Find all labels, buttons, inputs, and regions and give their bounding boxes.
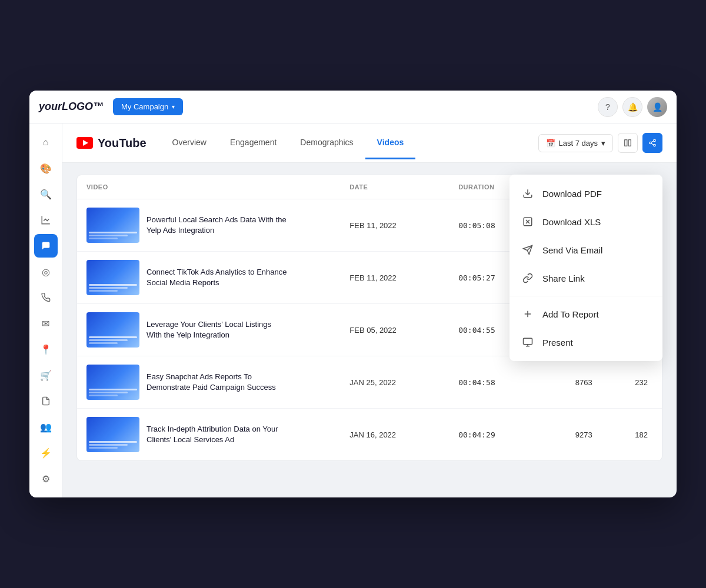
sidebar-item-people[interactable]: 👥 <box>34 415 58 439</box>
share-dropdown-menu: Download PDF Download XLS <box>509 175 662 361</box>
main-content: YouTube Overview Engagement Demographics… <box>62 123 677 497</box>
col-header-video: VIDEO <box>77 175 340 199</box>
col-header-date: DATE <box>340 175 449 199</box>
sidebar-item-target[interactable]: ◎ <box>34 260 58 283</box>
video-date: JAN 25, 2022 <box>340 356 449 409</box>
logo-area: yourLOGO™ My Campaign ▾ <box>39 98 598 115</box>
sidebar-item-location[interactable]: 📍 <box>34 338 58 361</box>
logo-text: yourLOGO™ <box>39 101 104 113</box>
top-bar-icons: ? 🔔 👤 <box>598 97 667 117</box>
table-row: Easy Snapchat Ads Reports To Demonstrate… <box>77 356 662 409</box>
video-date: FEB 05, 2022 <box>340 304 449 356</box>
svg-rect-17 <box>524 338 532 345</box>
share-button[interactable] <box>642 133 662 153</box>
sidebar-item-home[interactable]: ⌂ <box>34 131 58 154</box>
youtube-title: YouTube <box>98 136 146 150</box>
sidebar-item-cart[interactable]: 🛒 <box>34 363 58 387</box>
video-title: Track In-depth Attribution Data on Your … <box>146 424 288 445</box>
download-xls-label: Download XLS <box>542 217 601 227</box>
tab-engagement[interactable]: Engagement <box>218 127 288 159</box>
download-pdf-icon <box>521 187 534 200</box>
sidebar: ⌂ 🎨 🔍 ◎ ✉ 📍 🛒 👥 ⚡ ⚙ <box>29 123 62 497</box>
youtube-logo-icon <box>76 137 93 149</box>
header-actions: 📅 Last 7 days ▾ <box>538 123 663 162</box>
youtube-brand: YouTube <box>76 127 146 159</box>
download-xls-icon <box>521 215 534 228</box>
send-email-label: Send Via Email <box>542 245 602 255</box>
video-title: Connect TikTok Ads Analytics to Enhance … <box>146 267 288 288</box>
send-email-item[interactable]: Send Via Email <box>509 236 662 264</box>
main-layout: ⌂ 🎨 🔍 ◎ ✉ 📍 🛒 👥 ⚡ ⚙ <box>29 123 677 497</box>
share-icon <box>648 139 657 147</box>
video-date: FEB 11, 2022 <box>340 199 449 252</box>
columns-icon <box>624 139 632 147</box>
sidebar-item-doc[interactable] <box>34 389 58 413</box>
sidebar-item-phone[interactable] <box>34 286 58 309</box>
share-link-item[interactable]: Share Link <box>509 264 662 292</box>
download-xls-item[interactable]: Download XLS <box>509 208 662 236</box>
present-icon <box>521 336 534 349</box>
video-views: 9273 <box>541 409 602 461</box>
svg-point-5 <box>650 142 652 144</box>
sidebar-item-chart[interactable] <box>34 208 58 232</box>
video-thumbnail <box>86 312 139 348</box>
sidebar-item-mail[interactable]: ✉ <box>34 312 58 335</box>
help-button[interactable]: ? <box>598 97 618 117</box>
video-cell: Powerful Local Search Ads Data With the … <box>86 208 331 243</box>
download-pdf-label: Download PDF <box>542 189 602 199</box>
add-to-report-label: Add To Report <box>542 309 599 319</box>
svg-point-4 <box>654 139 656 142</box>
video-date: FEB 11, 2022 <box>340 252 449 304</box>
send-email-icon <box>521 243 534 256</box>
video-thumbnail <box>86 260 139 295</box>
tab-demographics[interactable]: Demographics <box>288 127 365 159</box>
video-duration: 00:04:58 <box>449 356 541 409</box>
nav-tabs: Overview Engagement Demographics Videos <box>161 127 538 159</box>
date-range-button[interactable]: 📅 Last 7 days ▾ <box>538 134 614 152</box>
bell-icon: 🔔 <box>628 102 638 112</box>
share-link-label: Share Link <box>542 273 585 283</box>
notification-bell[interactable]: 🔔 <box>622 97 642 117</box>
video-thumbnail <box>86 208 139 243</box>
youtube-header: YouTube Overview Engagement Demographics… <box>62 123 677 163</box>
columns-button[interactable] <box>618 133 638 153</box>
sidebar-item-settings[interactable]: ⚙ <box>34 467 58 490</box>
video-views: 8763 <box>541 356 602 409</box>
video-cell: Leverage Your Clients' Local Listings Wi… <box>86 312 331 348</box>
svg-rect-3 <box>628 140 631 146</box>
add-to-report-icon <box>521 308 534 320</box>
content-area: VIDEO DATE DURATION VIE... <box>62 163 677 473</box>
video-date: JAN 16, 2022 <box>340 409 449 461</box>
table-row: Track In-depth Attribution Data on Your … <box>77 409 662 461</box>
dropdown-divider <box>509 296 662 296</box>
sidebar-item-chat[interactable] <box>34 234 58 258</box>
avatar[interactable]: 👤 <box>647 97 667 117</box>
share-link-icon <box>521 272 534 285</box>
svg-line-8 <box>651 141 654 142</box>
svg-line-7 <box>651 143 654 145</box>
tab-overview[interactable]: Overview <box>161 127 218 159</box>
video-title: Leverage Your Clients' Local Listings Wi… <box>146 319 288 340</box>
video-cell: Easy Snapchat Ads Reports To Demonstrate… <box>86 365 331 400</box>
tab-videos[interactable]: Videos <box>365 127 416 159</box>
present-label: Present <box>542 338 573 348</box>
download-pdf-item[interactable]: Download PDF <box>509 179 662 208</box>
chevron-down-icon: ▾ <box>601 139 605 148</box>
calendar-icon: 📅 <box>546 139 555 148</box>
video-likes: 182 <box>602 409 662 461</box>
svg-rect-2 <box>625 140 627 146</box>
table-wrapper: VIDEO DATE DURATION VIE... <box>76 175 662 461</box>
add-to-report-item[interactable]: Add To Report <box>509 300 662 328</box>
sidebar-item-plugin[interactable]: ⚡ <box>34 441 58 465</box>
video-duration: 00:04:29 <box>449 409 541 461</box>
top-bar: yourLOGO™ My Campaign ▾ ? 🔔 👤 <box>29 91 677 123</box>
video-title: Easy Snapchat Ads Reports To Demonstrate… <box>146 372 288 393</box>
sidebar-item-search[interactable]: 🔍 <box>34 182 58 206</box>
campaign-button[interactable]: My Campaign ▾ <box>113 98 183 115</box>
video-thumbnail <box>86 417 139 452</box>
sidebar-item-palette[interactable]: 🎨 <box>34 156 58 180</box>
video-likes: 232 <box>602 356 662 409</box>
present-item[interactable]: Present <box>509 328 662 356</box>
video-cell: Connect TikTok Ads Analytics to Enhance … <box>86 260 331 295</box>
video-cell: Track In-depth Attribution Data on Your … <box>86 417 331 452</box>
